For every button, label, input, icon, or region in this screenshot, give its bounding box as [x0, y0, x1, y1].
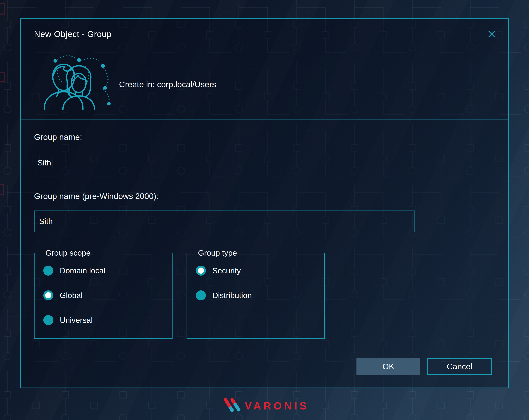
group-type-legend: Group type	[195, 248, 240, 257]
radio-button-icon[interactable]	[196, 290, 206, 300]
close-icon[interactable]	[487, 29, 497, 39]
group-name-pre2000-input[interactable]: Sith	[34, 211, 414, 232]
group-scope-legend: Group scope	[42, 248, 94, 257]
radio-option-security[interactable]: Security	[196, 266, 324, 276]
radio-option-global[interactable]: Global	[43, 290, 172, 300]
ok-button[interactable]: OK	[357, 358, 420, 375]
new-object-group-dialog: New Object - Group	[20, 18, 509, 388]
edge-accent-square	[0, 72, 5, 82]
radio-button-icon[interactable]	[43, 315, 53, 325]
radio-button-icon[interactable]	[43, 290, 53, 300]
text-caret	[52, 158, 53, 168]
edge-accent-square	[0, 184, 4, 195]
group-scope-fieldset: Group scope Domain local Global Universa…	[34, 248, 172, 339]
radio-button-icon[interactable]	[43, 266, 53, 276]
cancel-button[interactable]: Cancel	[427, 358, 492, 375]
group-name-input[interactable]: Sith	[38, 157, 495, 168]
varonis-brand: VARONIS	[0, 396, 529, 415]
create-in-section: Create in: corp.local/Users	[21, 49, 508, 120]
group-name-pre2000-value: Sith	[39, 217, 53, 226]
create-in-text: Create in: corp.local/Users	[119, 79, 216, 89]
radio-label: Distribution	[212, 291, 252, 300]
group-type-fieldset: Group type Security Distribution	[186, 248, 325, 339]
varonis-logo-icon	[220, 398, 242, 414]
varonis-logo-text: VARONIS	[245, 400, 309, 412]
dialog-titlebar: New Object - Group	[21, 19, 508, 49]
radio-option-universal[interactable]: Universal	[43, 315, 172, 325]
dialog-title: New Object - Group	[34, 29, 111, 39]
radio-option-distribution[interactable]: Distribution	[196, 290, 324, 300]
radio-button-icon[interactable]	[196, 266, 206, 276]
radio-label: Domain local	[60, 266, 105, 275]
dialog-footer: OK Cancel	[21, 345, 508, 388]
radio-label: Global	[60, 291, 83, 300]
edge-accent-square	[0, 3, 5, 15]
group-name-value: Sith	[38, 158, 51, 167]
radio-label: Security	[212, 266, 241, 275]
dialog-content: Group name: Sith Group name (pre-Windows…	[21, 120, 508, 345]
radio-option-domain-local[interactable]: Domain local	[43, 266, 172, 276]
radio-label: Universal	[60, 316, 93, 325]
group-name-pre2000-label: Group name (pre-Windows 2000):	[34, 191, 495, 201]
group-users-icon	[33, 53, 116, 111]
group-name-label: Group name:	[34, 132, 495, 142]
